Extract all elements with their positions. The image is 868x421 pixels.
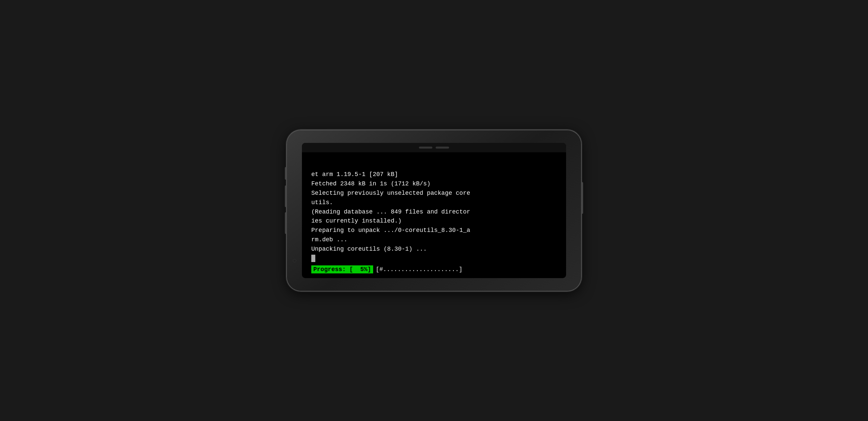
progress-label: Progress: [ 5%] bbox=[311, 265, 373, 274]
phone-screen: et arm 1.19.5-1 [207 kB] Fetched 2348 kB… bbox=[302, 143, 566, 278]
progress-bar-line: Progress: [ 5%] [#.....................] bbox=[311, 265, 557, 274]
screen-top-bar bbox=[302, 143, 566, 152]
terminal-output: et arm 1.19.5-1 [207 kB] Fetched 2348 kB… bbox=[311, 170, 557, 254]
terminal-content: et arm 1.19.5-1 [207 kB] Fetched 2348 kB… bbox=[302, 143, 566, 278]
notch-button-right bbox=[436, 147, 449, 148]
volume-up-button[interactable] bbox=[285, 186, 286, 207]
volume-silent-button[interactable] bbox=[285, 167, 286, 180]
notch-button-left bbox=[419, 147, 432, 148]
front-camera bbox=[293, 259, 296, 262]
phone-device: et arm 1.19.5-1 [207 kB] Fetched 2348 kB… bbox=[287, 130, 581, 291]
volume-down-button[interactable] bbox=[285, 212, 286, 234]
progress-track: [#.....................] bbox=[376, 266, 462, 273]
cursor-line bbox=[311, 255, 557, 262]
power-button[interactable] bbox=[582, 182, 583, 214]
cursor-block bbox=[311, 255, 315, 262]
